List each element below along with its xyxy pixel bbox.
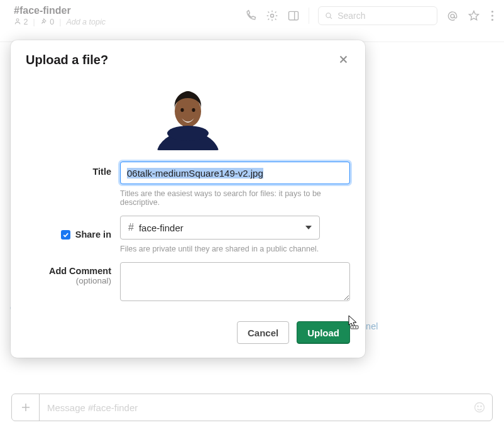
upload-modal: Upload a file? Title Titles are the easi… [11,40,365,358]
title-input[interactable] [120,162,350,184]
share-checkbox[interactable] [61,230,70,240]
share-channel-select[interactable]: # face-finder [120,216,320,240]
image-preview [156,87,219,150]
optional-label: (optional) [26,276,111,285]
check-icon [62,231,69,238]
close-button[interactable] [337,53,350,69]
svg-point-27 [192,108,195,112]
svg-point-28 [167,126,209,141]
modal-title: Upload a file? [26,53,108,67]
svg-point-26 [180,108,184,112]
cancel-button[interactable]: Cancel [237,321,289,344]
upload-button[interactable]: Upload [297,321,350,344]
title-label: Title [26,162,120,207]
share-channel-value: face-finder [139,223,184,233]
comment-textarea[interactable] [120,262,350,301]
share-hint: Files are private until they are shared … [120,245,350,253]
close-icon [338,54,349,65]
chevron-down-icon [305,226,312,229]
title-hint: Titles are the easiest ways to search fo… [120,189,350,207]
hash-icon: # [128,222,134,233]
share-in-label: Share in [75,229,111,240]
comment-label: Add Comment [26,266,111,276]
